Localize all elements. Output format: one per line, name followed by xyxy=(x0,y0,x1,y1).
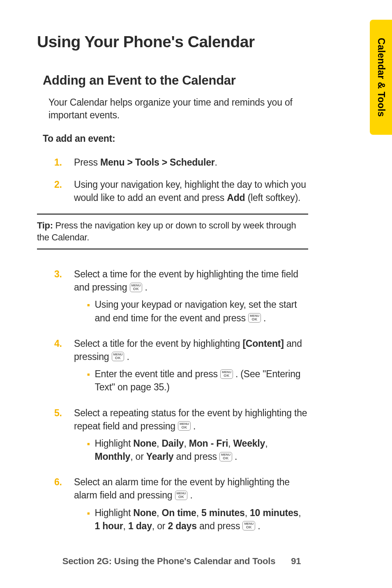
step-number: 5. xyxy=(54,406,74,467)
step-number: 1. xyxy=(54,156,74,169)
step-2: 2. Using your navigation key, highlight … xyxy=(54,178,308,204)
step-body: Using your navigation key, highlight the… xyxy=(74,178,308,204)
section-subhead: To add an event: xyxy=(43,133,308,144)
step-number: 6. xyxy=(54,475,74,536)
sub-bullets: Using your keypad or navigation key, set… xyxy=(87,298,308,324)
step-number: 2. xyxy=(54,178,74,204)
list-item: Enter the event title and press MENUOK .… xyxy=(87,367,308,394)
tip-block: Tip: Press the navigation key up or down… xyxy=(37,214,308,249)
step-body: Select a time for the event by highlight… xyxy=(74,267,308,328)
step-body: Select a title for the event by highligh… xyxy=(74,337,308,397)
side-tab: Calendar & Tools xyxy=(370,20,392,135)
tip-text: Press the navigation key up or down to s… xyxy=(37,220,296,243)
step-4: 4. Select a title for the event by highl… xyxy=(54,337,308,397)
menu-ok-icon: MENUOK xyxy=(248,313,261,323)
list-item: Highlight None, Daily, Mon - Fri, Weekly… xyxy=(87,437,308,463)
sub-bullets: Highlight None, On time, 5 minutes, 10 m… xyxy=(87,506,308,533)
menu-ok-icon: MENUOK xyxy=(219,452,232,461)
menu-ok-icon: MENUOK xyxy=(175,491,188,500)
section-heading: Adding an Event to the Calendar xyxy=(43,73,308,88)
page-content: Using Your Phone's Calendar Adding an Ev… xyxy=(0,0,341,536)
step-number: 4. xyxy=(54,337,74,397)
step-6: 6. Select an alarm time for the event by… xyxy=(54,475,308,536)
sub-bullets: Highlight None, Daily, Mon - Fri, Weekly… xyxy=(87,437,308,463)
list-item: Highlight None, On time, 5 minutes, 10 m… xyxy=(87,506,308,533)
menu-ok-icon: MENUOK xyxy=(220,369,233,379)
step-number: 3. xyxy=(54,267,74,328)
sub-bullets: Enter the event title and press MENUOK .… xyxy=(87,367,308,394)
menu-ok-icon: MENUOK xyxy=(242,521,255,530)
menu-ok-icon: MENUOK xyxy=(178,421,191,431)
step-body: Press Menu > Tools > Scheduler. xyxy=(74,156,308,169)
tip-label: Tip: xyxy=(37,220,53,231)
page-title: Using Your Phone's Calendar xyxy=(37,33,308,51)
page-number: 91 xyxy=(291,556,330,567)
step-5: 5. Select a repeating status for the eve… xyxy=(54,406,308,467)
steps-list-2: 3. Select a time for the event by highli… xyxy=(54,267,308,536)
footer-section: Section 2G: Using the Phone's Calendar a… xyxy=(62,556,275,567)
menu-ok-icon: MENUOK xyxy=(130,283,143,292)
page-footer: Section 2G: Using the Phone's Calendar a… xyxy=(0,556,392,567)
step-1: 1. Press Menu > Tools > Scheduler. xyxy=(54,156,308,169)
side-tab-label: Calendar & Tools xyxy=(376,38,387,117)
section-intro: Your Calendar helps organize your time a… xyxy=(48,96,308,122)
step-body: Select a repeating status for the event … xyxy=(74,406,308,467)
list-item: Using your keypad or navigation key, set… xyxy=(87,298,308,324)
menu-ok-icon: MENUOK xyxy=(112,352,125,361)
step-body: Select an alarm time for the event by hi… xyxy=(74,475,308,536)
steps-list-1: 1. Press Menu > Tools > Scheduler. 2. Us… xyxy=(54,156,308,205)
step-3: 3. Select a time for the event by highli… xyxy=(54,267,308,328)
